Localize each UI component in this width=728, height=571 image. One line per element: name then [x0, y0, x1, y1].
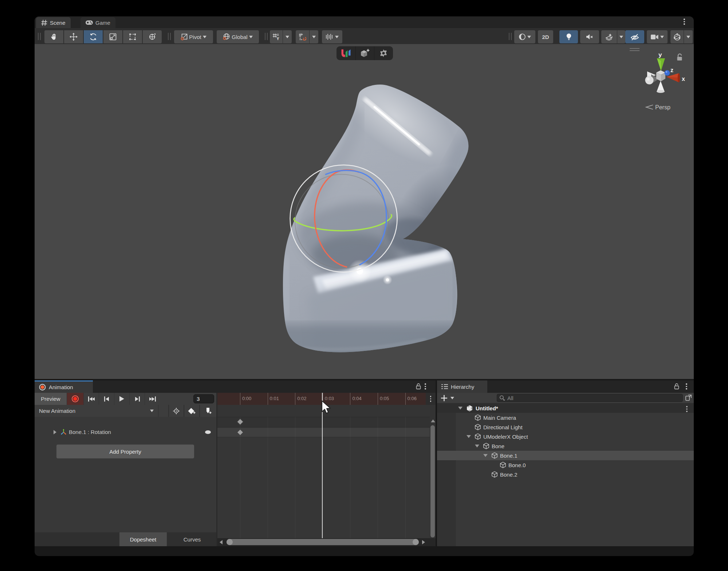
record-toggle-button[interactable]	[67, 393, 84, 405]
ruler-label: 0:02	[297, 396, 306, 401]
pivot-mode-button[interactable]: Pivot	[174, 30, 213, 43]
goto-end-button[interactable]	[145, 393, 160, 405]
umodelerx-logo-button[interactable]	[337, 46, 355, 60]
tab-hierarchy[interactable]: Hierarchy	[437, 380, 487, 393]
unlock-icon[interactable]	[416, 383, 421, 390]
transform-tool-button[interactable]	[143, 30, 162, 43]
scene-row-menu-icon[interactable]	[686, 406, 688, 412]
hierarchy-search-field[interactable]: All	[497, 394, 683, 402]
add-object-icon[interactable]	[441, 395, 448, 402]
scale-tool-button[interactable]	[103, 30, 122, 43]
shading-mode-button[interactable]	[514, 30, 535, 43]
toolbar-grip-icon[interactable]	[168, 33, 171, 40]
animation-property-row[interactable]: Bone.1 : Rotation	[54, 429, 111, 435]
umodelerx-create-button[interactable]	[355, 46, 374, 60]
hscrollbar-min-handle[interactable]	[227, 539, 233, 545]
hierarchy-item-umodelerx-object[interactable]: UModelerX Object	[437, 432, 694, 441]
gizmos-dropdown[interactable]	[684, 30, 693, 43]
foldout-right-icon[interactable]	[54, 430, 56, 434]
dopesheet-hscrollbar[interactable]	[217, 538, 436, 546]
gameobject-cube-icon	[491, 452, 498, 459]
hierarchy-panel-menu-icon[interactable]	[686, 383, 687, 390]
tab-game[interactable]: Game	[80, 17, 115, 28]
foldout-down-icon[interactable]	[458, 407, 463, 410]
gizmos-button[interactable]	[670, 30, 684, 43]
light-bulb-icon	[566, 33, 572, 40]
dopesheet-vscrollbar[interactable]	[430, 405, 436, 538]
unlock-icon[interactable]	[677, 54, 682, 60]
umodelerx-settings-button[interactable]	[374, 46, 393, 60]
pick-window-icon[interactable]	[685, 394, 692, 402]
column-splitter[interactable]	[216, 393, 217, 546]
hand-tool-button[interactable]	[44, 30, 63, 43]
item-label: UModelerX Object	[483, 434, 528, 440]
grid-snapping-button[interactable]: Y	[270, 30, 283, 43]
effects-toggle-button[interactable]	[601, 30, 617, 43]
foldout-down-icon[interactable]	[483, 454, 488, 457]
tab-dopesheet[interactable]: Dopesheet	[119, 532, 167, 546]
tab-game-label: Game	[95, 20, 110, 26]
z-axis-ball[interactable]	[665, 70, 670, 76]
camera-settings-button[interactable]	[647, 30, 668, 43]
hscrollbar-max-handle[interactable]	[413, 539, 419, 545]
vscrollbar-thumb[interactable]	[430, 425, 435, 537]
handle-orientation-button[interactable]: Global	[217, 30, 259, 43]
move-tool-button[interactable]	[64, 30, 83, 43]
hierarchy-item-bone0[interactable]: Bone.0	[437, 460, 694, 470]
filter-by-selection-button[interactable]	[169, 405, 184, 417]
add-property-button[interactable]: Add Property	[56, 445, 194, 458]
scroll-left-icon[interactable]	[220, 540, 223, 544]
add-keyframe-button[interactable]	[184, 405, 200, 417]
animation-panel: Animation Preview	[35, 380, 436, 546]
rect-tool-icon	[129, 33, 136, 40]
hierarchy-item-directional-light[interactable]: Directional Light	[437, 422, 694, 432]
hierarchy-item-main-camera[interactable]: Main Camera	[437, 413, 694, 422]
scene-header-row[interactable]: Untitled*	[437, 403, 694, 413]
frame-field[interactable]: 3	[193, 394, 214, 403]
animation-panel-menu-icon[interactable]	[425, 383, 426, 390]
foldout-down-icon[interactable]	[467, 435, 471, 438]
2d-toggle-button[interactable]: 2D	[538, 30, 553, 43]
audio-toggle-button[interactable]	[580, 30, 599, 43]
toolbar-grip-icon[interactable]	[509, 33, 512, 40]
scroll-right-icon[interactable]	[422, 540, 425, 544]
next-key-button[interactable]	[130, 393, 145, 405]
snap-increment-dropdown[interactable]	[310, 30, 318, 43]
tab-animation[interactable]: Animation	[35, 380, 93, 393]
rect-tool-button[interactable]	[123, 30, 142, 43]
effects-dropdown[interactable]	[617, 30, 625, 43]
preview-toggle-button[interactable]: Preview	[35, 393, 67, 405]
units-ruler-button[interactable]	[322, 30, 342, 43]
tab-curves[interactable]: Curves	[168, 532, 216, 546]
hierarchy-item-bone[interactable]: Bone	[437, 441, 694, 451]
scene-viewport[interactable]: y	[35, 44, 694, 379]
hierarchy-panel: Hierarchy All Untit	[437, 380, 694, 546]
goto-begin-button[interactable]	[84, 393, 99, 405]
clip-popup[interactable]: New Animation	[35, 405, 158, 417]
unlock-icon[interactable]	[674, 383, 680, 390]
scene-panel-menu-icon[interactable]	[684, 19, 685, 25]
axes-gizmo[interactable]: y	[626, 46, 690, 115]
front-axis-disc[interactable]	[645, 76, 654, 85]
snap-increment-button[interactable]	[296, 30, 309, 43]
scene-visibility-toggle-button[interactable]	[625, 30, 644, 43]
play-button[interactable]	[114, 393, 130, 405]
prev-key-button[interactable]	[99, 393, 114, 405]
grid-snapping-dropdown[interactable]	[283, 30, 292, 43]
rotate-tool-button[interactable]	[84, 30, 103, 43]
hierarchy-item-bone2[interactable]: Bone.2	[437, 470, 694, 479]
hscrollbar-thumb[interactable]	[227, 539, 419, 545]
toolbar-grip-icon[interactable]	[38, 33, 41, 40]
tab-scene[interactable]: Scene	[36, 17, 71, 28]
add-object-dropdown-icon[interactable]	[450, 397, 454, 399]
keyframe-indicator-dot[interactable]	[205, 430, 211, 434]
hierarchy-item-bone1[interactable]: Bone.1	[437, 451, 694, 460]
foldout-down-icon[interactable]	[475, 445, 479, 447]
add-event-button[interactable]	[200, 405, 216, 417]
lighting-toggle-button[interactable]	[559, 30, 578, 43]
scroll-up-icon[interactable]	[431, 419, 435, 422]
toolbar-grip-icon[interactable]	[265, 33, 268, 40]
dopesheet-options-button[interactable]	[426, 393, 436, 405]
dopesheet-area[interactable]	[217, 405, 436, 546]
projection-label[interactable]: Persp	[655, 104, 670, 110]
